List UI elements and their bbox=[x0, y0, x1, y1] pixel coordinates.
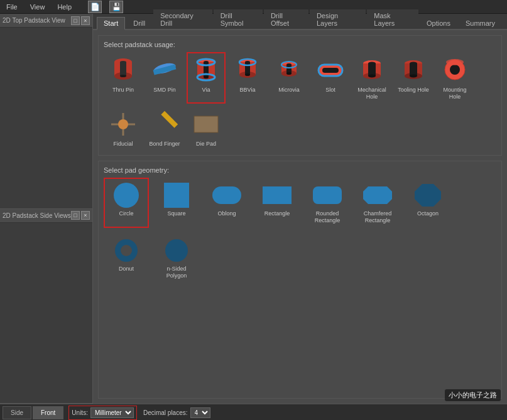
square-svg bbox=[161, 181, 192, 209]
mounting-hole-svg bbox=[440, 56, 469, 85]
tab-drill[interactable]: Drill bbox=[126, 17, 152, 29]
geometry-item-n-sided-polygon[interactable]: n-Sided Polygon bbox=[154, 233, 199, 283]
thru-pin-svg bbox=[109, 56, 138, 85]
bbvia-icon-area bbox=[231, 55, 264, 85]
menu-help[interactable]: Help bbox=[55, 2, 74, 12]
padstack-item-bbvia[interactable]: BBVia bbox=[228, 52, 267, 104]
microvia-icon-area bbox=[273, 55, 305, 85]
svg-point-47 bbox=[450, 65, 460, 75]
side-panel-restore-btn[interactable]: □ bbox=[71, 211, 80, 220]
geometry-item-square[interactable]: Square bbox=[154, 178, 199, 228]
top-padstack-view-content bbox=[0, 28, 92, 208]
bond-finger-svg bbox=[150, 110, 179, 139]
mounting-hole-icon-area bbox=[439, 55, 471, 85]
geometry-item-oblong[interactable]: Oblong bbox=[204, 178, 249, 228]
octagon-shape bbox=[412, 181, 444, 209]
pad-geometry-label: Select pad geometry: bbox=[104, 166, 496, 174]
side-padstack-view-header: 2D Padstack Side Views □ × bbox=[0, 209, 92, 223]
oblong-label: Oblong bbox=[217, 210, 236, 217]
padstack-item-mechanical-hole[interactable]: Mechanical Hole bbox=[352, 52, 391, 104]
bond-finger-label: Bond Finger bbox=[149, 141, 180, 148]
padstack-item-thru-pin[interactable]: Thru Pin bbox=[104, 52, 143, 104]
circle-shape bbox=[110, 181, 143, 209]
top-padstack-view-panel: 2D Top Padstack View □ × bbox=[0, 14, 92, 209]
padstack-item-via[interactable]: Via bbox=[187, 52, 226, 104]
mounting-hole-label: Mounting Hole bbox=[439, 87, 471, 100]
padstack-item-bond-finger[interactable]: Bond Finger bbox=[145, 106, 184, 151]
padstack-item-tooling-hole[interactable]: Tooling Hole bbox=[394, 52, 433, 104]
bottom-tab-front[interactable]: Front bbox=[33, 406, 63, 419]
tab-drill-offset[interactable]: Drill Offset bbox=[264, 9, 308, 29]
geometry-item-circle[interactable]: Circle bbox=[104, 178, 149, 228]
svg-rect-57 bbox=[212, 186, 241, 204]
geometry-item-rounded-rectangle[interactable]: Rounded Rectangle bbox=[305, 178, 350, 228]
chamfered-rectangle-label: Chamfered Rectangle bbox=[359, 210, 396, 224]
top-panel-restore-btn[interactable]: □ bbox=[71, 16, 80, 25]
thru-pin-label: Thru Pin bbox=[112, 87, 134, 94]
geometry-item-octagon[interactable]: Octagon bbox=[405, 178, 450, 228]
padstack-item-mounting-hole[interactable]: Mounting Hole bbox=[435, 52, 474, 104]
save-button[interactable]: 💾 bbox=[109, 1, 123, 13]
main-layout: 2D Top Padstack View □ × 2D Padstack Sid… bbox=[0, 14, 507, 404]
menu-file[interactable]: File bbox=[4, 2, 20, 12]
svg-rect-20 bbox=[245, 62, 250, 75]
menu-view[interactable]: View bbox=[28, 2, 48, 12]
octagon-svg bbox=[412, 181, 444, 209]
svg-rect-58 bbox=[263, 186, 292, 204]
decimal-label: Decimal places: bbox=[143, 409, 188, 416]
padstack-item-fiducial[interactable]: Fiducial bbox=[104, 106, 143, 151]
geometry-item-chamfered-rectangle[interactable]: Chamfered Rectangle bbox=[355, 178, 400, 228]
padstack-item-slot[interactable]: Slot bbox=[311, 52, 350, 104]
mechanical-hole-label: Mechanical Hole bbox=[356, 87, 388, 100]
units-select[interactable]: Millimeter Inch Mils bbox=[90, 407, 134, 418]
padstack-usage-section: Select padstack usage: bbox=[98, 35, 502, 156]
bottom-tab-side[interactable]: Side bbox=[3, 406, 31, 419]
rounded-rect-svg bbox=[312, 181, 343, 209]
right-content: Start Drill Secondary Drill Drill Symbol… bbox=[93, 14, 507, 404]
microvia-label: Microvia bbox=[278, 87, 300, 94]
tab-options[interactable]: Options bbox=[420, 17, 457, 29]
top-panel-close-btn[interactable]: × bbox=[81, 16, 90, 25]
content-area: Select padstack usage: bbox=[93, 30, 507, 404]
svg-point-5 bbox=[120, 75, 126, 77]
tab-mask-layers[interactable]: Mask Layers bbox=[367, 9, 418, 29]
padstack-item-die-pad[interactable]: Die Pad bbox=[187, 106, 226, 151]
side-padstack-view-title: 2D Padstack Side Views bbox=[3, 212, 71, 219]
square-label: Square bbox=[167, 210, 185, 217]
tab-design-layers[interactable]: Design Layers bbox=[310, 9, 366, 29]
padstack-item-microvia[interactable]: Microvia bbox=[270, 52, 308, 104]
svg-point-21 bbox=[245, 73, 250, 76]
svg-point-44 bbox=[410, 75, 417, 78]
svg-marker-61 bbox=[415, 184, 441, 207]
rectangle-shape bbox=[261, 181, 293, 209]
svg-rect-52 bbox=[161, 110, 178, 127]
donut-shape bbox=[110, 237, 143, 264]
donut-svg bbox=[111, 237, 142, 264]
tab-start[interactable]: Start bbox=[97, 17, 125, 30]
svg-rect-53 bbox=[194, 116, 218, 132]
tab-drill-symbol[interactable]: Drill Symbol bbox=[214, 9, 263, 29]
tab-secondary-drill[interactable]: Secondary Drill bbox=[153, 9, 212, 29]
via-svg bbox=[192, 56, 221, 85]
tooling-hole-svg bbox=[399, 56, 428, 85]
circle-label: Circle bbox=[119, 210, 133, 217]
bbvia-svg bbox=[233, 56, 262, 85]
octagon-label: Octagon bbox=[417, 210, 439, 217]
decimal-group: Decimal places: 4 bbox=[143, 407, 210, 418]
die-pad-icon-area bbox=[190, 109, 222, 139]
watermark: 小小的电子之路 bbox=[445, 389, 501, 401]
geometry-item-rectangle[interactable]: Rectangle bbox=[254, 178, 300, 228]
tooling-hole-icon-area bbox=[397, 55, 430, 85]
side-panel-close-btn[interactable]: × bbox=[81, 211, 90, 220]
geometry-item-donut[interactable]: Donut bbox=[104, 233, 149, 283]
decimal-select[interactable]: 4 bbox=[190, 407, 210, 418]
slot-svg bbox=[316, 56, 345, 85]
padstack-item-smd-pin[interactable]: SMD Pin bbox=[145, 52, 184, 104]
svg-point-48 bbox=[446, 59, 464, 65]
new-button[interactable]: 📄 bbox=[88, 1, 102, 13]
rounded-rectangle-shape bbox=[311, 181, 344, 209]
top-padstack-view-header: 2D Top Padstack View □ × bbox=[0, 14, 92, 28]
smd-pin-icon-area bbox=[148, 55, 181, 85]
mechanical-hole-icon-area bbox=[356, 55, 388, 85]
tab-summary[interactable]: Summary bbox=[459, 17, 502, 29]
